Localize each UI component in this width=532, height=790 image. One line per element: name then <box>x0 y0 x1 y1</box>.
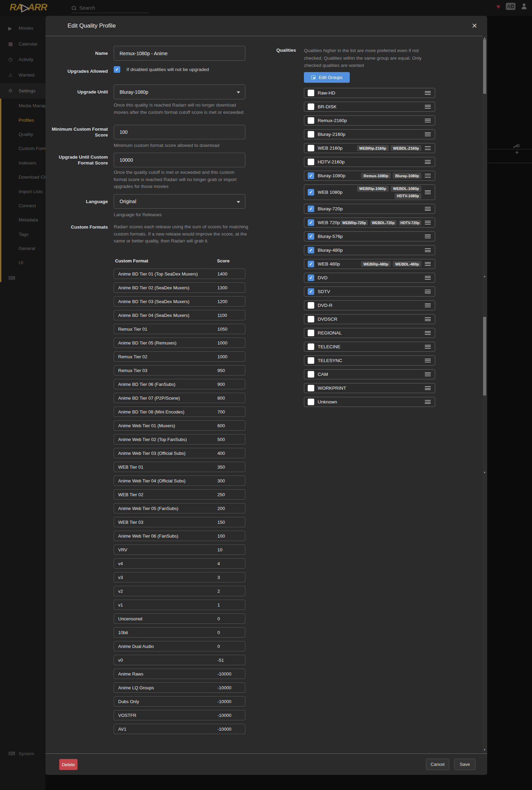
quality-item[interactable]: ✓ WEB 480p WEBRip-480pWEBDL-480p <box>304 259 435 269</box>
save-button[interactable]: Save <box>454 759 475 770</box>
quality-item[interactable]: ✓ TELESYNC <box>304 356 435 366</box>
quality-item[interactable]: ✓ Bluray-576p <box>304 231 435 241</box>
min-cf-score-field[interactable] <box>114 125 245 139</box>
quality-item[interactable]: ✓ Bluray-480p <box>304 245 435 255</box>
quality-checkbox[interactable]: ✓ <box>308 261 314 267</box>
custom-format-row[interactable]: Anime BD Tier 05 (Remuxes) 1000 <box>114 338 245 348</box>
quality-checkbox[interactable]: ✓ <box>308 90 314 96</box>
custom-format-row[interactable]: AV1 -10000 <box>114 724 245 734</box>
close-icon[interactable]: × <box>469 21 480 31</box>
system-icon[interactable]: ⌨ <box>8 275 15 281</box>
modal-scrollbar[interactable]: ▲ ▼ ▼ ▼ <box>482 36 487 753</box>
quality-checkbox[interactable]: ✓ <box>308 247 314 253</box>
user-icon[interactable] <box>521 3 527 10</box>
quality-item[interactable]: ✓ DVD <box>304 273 435 283</box>
custom-format-row[interactable]: v4 4 <box>114 558 245 569</box>
custom-format-row[interactable]: Uncensored 0 <box>114 613 245 624</box>
quality-checkbox[interactable]: ✓ <box>308 343 314 350</box>
custom-format-row[interactable]: Anime LQ Groups -10000 <box>114 682 245 693</box>
drag-handle-icon[interactable] <box>425 146 431 150</box>
custom-format-row[interactable]: Anime Dual Audio 0 <box>114 641 245 651</box>
quality-checkbox[interactable]: ✓ <box>308 330 314 336</box>
quality-checkbox[interactable]: ✓ <box>308 145 314 151</box>
quality-checkbox[interactable]: ✓ <box>308 316 314 322</box>
custom-format-row[interactable]: Anime BD Tier 02 (SeaDex Muxers) 1300 <box>114 282 245 293</box>
quality-checkbox[interactable]: ✓ <box>308 371 314 378</box>
custom-format-row[interactable]: Anime Web Tier 01 (Muxers) 600 <box>114 420 245 431</box>
custom-format-row[interactable]: 10bit 0 <box>114 627 245 638</box>
drag-handle-icon[interactable] <box>425 234 431 238</box>
quality-item[interactable]: ✓ Raw-HD <box>304 88 435 98</box>
delete-button[interactable]: Delete <box>59 759 78 770</box>
quality-checkbox[interactable]: ✓ <box>308 233 314 240</box>
scrollbar-thumb[interactable] <box>483 39 486 94</box>
quality-item[interactable]: ✓ Bluray-1080p Remux-1080pBluray-1080p <box>304 171 435 181</box>
custom-format-row[interactable]: Anime BD Tier 04 (SeaDex Muxers) 1100 <box>114 310 245 320</box>
quality-item[interactable]: ✓ Bluray-720p <box>304 204 435 214</box>
custom-format-row[interactable]: Anime BD Tier 01 (Top SeaDex Muxers) 140… <box>114 269 245 279</box>
upgrade-until-select[interactable]: Bluray-1080p <box>114 84 245 99</box>
drag-handle-icon[interactable] <box>425 317 431 321</box>
drag-handle-icon[interactable] <box>425 359 431 362</box>
custom-format-row[interactable]: Anime BD Tier 06 (FanSubs) 900 <box>114 379 245 389</box>
drag-handle-icon[interactable] <box>425 221 431 224</box>
drag-handle-icon[interactable] <box>425 160 431 164</box>
custom-format-row[interactable]: v1 1 <box>114 600 245 610</box>
quality-item[interactable]: ✓ Unknown <box>304 397 435 407</box>
custom-format-row[interactable]: Anime BD Tier 07 (P2P/Scene) 800 <box>114 393 245 403</box>
custom-format-row[interactable]: Remux Tier 02 1000 <box>114 351 245 362</box>
drag-handle-icon[interactable] <box>425 91 431 95</box>
drag-handle-icon[interactable] <box>425 105 431 109</box>
quality-checkbox[interactable]: ✓ <box>308 172 314 179</box>
quality-checkbox[interactable]: ✓ <box>308 206 314 212</box>
drag-handle-icon[interactable] <box>425 262 431 266</box>
language-select[interactable]: Original <box>114 194 245 209</box>
drag-handle-icon[interactable] <box>425 386 431 390</box>
custom-format-row[interactable]: v0 -51 <box>114 655 245 665</box>
scroll-down-icon[interactable]: ▼ <box>483 748 486 751</box>
custom-format-row[interactable]: VOSTFR -10000 <box>114 710 245 720</box>
translate-icon[interactable]: Ax <box>506 3 515 10</box>
custom-format-row[interactable]: Anime Web Tier 03 (Official Subs) 400 <box>114 448 245 458</box>
quality-checkbox[interactable]: ✓ <box>308 159 314 165</box>
quality-item[interactable]: ✓ DVD-R <box>304 300 435 310</box>
quality-checkbox[interactable]: ✓ <box>308 399 314 405</box>
scroll-down-icon[interactable]: ▼ <box>483 471 486 474</box>
quality-checkbox[interactable]: ✓ <box>308 117 314 124</box>
drag-handle-icon[interactable] <box>425 372 431 376</box>
quality-item[interactable]: ✓ WEB 720p WEBRip-720pWEBDL-720pHDTV-720… <box>304 218 435 228</box>
drag-handle-icon[interactable] <box>425 132 431 136</box>
custom-format-row[interactable]: Remux Tier 01 1050 <box>114 324 245 334</box>
custom-format-row[interactable]: Anime Web Tier 05 (FanSubs) 200 <box>114 503 245 513</box>
quality-checkbox[interactable]: ✓ <box>308 357 314 364</box>
quality-checkbox[interactable]: ✓ <box>308 302 314 309</box>
custom-format-row[interactable]: Anime Web Tier 06 (FanSubs) 100 <box>114 531 245 541</box>
custom-format-row[interactable]: Anime BD Tier 08 (Mini Encodes) 700 <box>114 407 245 417</box>
quality-checkbox[interactable]: ✓ <box>308 103 314 110</box>
custom-format-row[interactable]: WEB Tier 03 150 <box>114 517 245 527</box>
quality-checkbox[interactable]: ✓ <box>308 274 314 281</box>
radarr-logo[interactable]: RA▷ARR <box>10 2 47 13</box>
custom-format-row[interactable]: VRV 10 <box>114 544 245 555</box>
quality-checkbox[interactable]: ✓ <box>308 385 314 391</box>
quality-item[interactable]: ✓ TELECINE <box>304 342 435 352</box>
quality-item[interactable]: ✓ CAM <box>304 369 435 379</box>
scrollbar-thumb[interactable] <box>483 317 486 396</box>
scroll-down-icon[interactable]: ▼ <box>483 275 486 278</box>
quality-item[interactable]: ✓ WORKPRINT <box>304 383 435 393</box>
custom-format-row[interactable]: Remux Tier 03 950 <box>114 365 245 376</box>
drag-handle-icon[interactable] <box>425 119 431 122</box>
sidebar-item-system[interactable]: ⌨ System <box>8 751 34 756</box>
upgrade-until-cf-score-field[interactable] <box>114 153 245 167</box>
custom-format-row[interactable]: Anime BD Tier 03 (SeaDex Muxers) 1200 <box>114 296 245 307</box>
drag-handle-icon[interactable] <box>425 303 431 307</box>
search-input[interactable]: Search <box>72 3 149 13</box>
quality-checkbox[interactable]: ✓ <box>308 131 314 138</box>
custom-format-row[interactable]: Anime Web Tier 02 (Top FanSubs) 500 <box>114 434 245 444</box>
quality-checkbox[interactable]: ✓ <box>308 219 314 226</box>
drag-handle-icon[interactable] <box>425 290 431 293</box>
upgrades-allowed-checkbox[interactable]: ✓ <box>114 66 120 73</box>
quality-item[interactable]: ✓ SDTV <box>304 287 435 297</box>
drag-handle-icon[interactable] <box>425 276 431 280</box>
quality-item[interactable]: ✓ Remux-2160p <box>304 116 435 126</box>
